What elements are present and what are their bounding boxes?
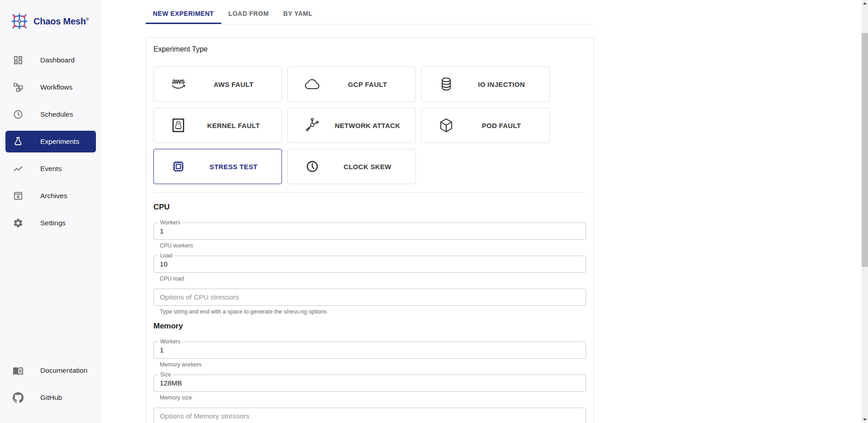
sidebar-bottom: Documentation GitHub — [0, 360, 101, 423]
field-helper-text: Memory size — [160, 394, 586, 401]
type-button-clock-skew[interactable]: CLOCK SKEW — [287, 149, 416, 184]
experiments-icon — [13, 136, 24, 147]
cpu-workers-field: Workers — [153, 223, 586, 240]
new-experiment-card: Experiment Type aws AWS FAULT GCP FAULT — [146, 37, 594, 423]
tab-by-yaml[interactable]: BY YAML — [276, 3, 320, 24]
memory-section-heading: Memory — [153, 322, 586, 331]
memory-workers-field: Workers — [153, 342, 586, 359]
sidebar-item-label: Dashboard — [40, 56, 75, 64]
scrollbar-up-arrow-icon[interactable] — [863, 2, 867, 5]
chaos-mesh-logo-icon — [10, 12, 29, 33]
field-label: Workers — [158, 219, 182, 226]
type-button-label: IO INJECTION — [456, 81, 549, 88]
network-icon — [302, 115, 322, 135]
memory-workers-field-group: Workers Memory workers — [153, 342, 586, 368]
sidebar-item-label: Events — [40, 165, 62, 173]
cube-icon — [436, 115, 456, 135]
cpu-load-field: Load — [153, 256, 586, 273]
memory-options-input[interactable] — [154, 408, 586, 423]
sidebar-item-label: Settings — [40, 219, 66, 227]
cpu-section-heading: CPU — [153, 203, 586, 212]
section-divider — [153, 192, 586, 193]
field-helper-text: CPU workers — [160, 242, 586, 249]
sidebar-item-label: Workflows — [40, 83, 72, 91]
github-icon — [13, 392, 24, 403]
registered-mark: ® — [86, 17, 89, 22]
scrollbar[interactable] — [862, 0, 868, 423]
field-label: Load — [158, 252, 175, 259]
field-helper-text: Type string and end with a space to gene… — [160, 309, 586, 315]
sidebar-item-label: Archives — [40, 192, 67, 200]
archives-icon — [13, 190, 24, 201]
database-icon — [436, 74, 456, 94]
sidebar-item-events[interactable]: Events — [5, 158, 96, 180]
cpu-load-input[interactable] — [154, 256, 586, 272]
type-button-io-injection[interactable]: IO INJECTION — [421, 67, 550, 102]
type-button-label: KERNEL FAULT — [188, 122, 281, 129]
type-button-label: AWS FAULT — [188, 81, 281, 88]
type-button-label: NETWORK ATTACK — [322, 122, 415, 129]
gear-icon — [13, 218, 24, 228]
scrollbar-down-arrow-icon[interactable] — [863, 418, 867, 421]
cpu-chip-icon — [168, 157, 188, 176]
app-logo: Chaos Mesh® — [0, 0, 101, 33]
field-helper-text: CPU load — [160, 276, 586, 282]
type-button-aws-fault[interactable]: aws AWS FAULT — [153, 67, 282, 102]
cpu-workers-field-group: Workers CPU workers — [153, 223, 586, 249]
type-button-pod-fault[interactable]: POD FAULT — [421, 108, 550, 143]
type-button-label: GCP FAULT — [322, 81, 415, 88]
type-button-stress-test[interactable]: STRESS TEST — [153, 149, 282, 184]
app-title: Chaos Mesh® — [33, 16, 89, 27]
dashboard-icon — [13, 55, 24, 66]
clock-icon — [302, 157, 322, 176]
scrollbar-thumb[interactable] — [862, 33, 868, 267]
cpu-options-field-group: Type string and end with a space to gene… — [153, 289, 586, 315]
svg-text:aws: aws — [172, 77, 185, 85]
sidebar-item-label: Experiments — [40, 138, 79, 146]
tab-load-from[interactable]: LOAD FROM — [221, 3, 276, 24]
sidebar-item-experiments[interactable]: Experiments — [5, 131, 96, 152]
events-icon — [13, 163, 24, 174]
documentation-icon — [13, 365, 24, 376]
schedules-icon — [13, 109, 24, 120]
cpu-workers-input[interactable] — [154, 223, 586, 239]
gcp-cloud-icon — [302, 74, 322, 94]
field-helper-text: Memory workers — [160, 361, 586, 368]
tab-new-experiment[interactable]: NEW EXPERIMENT — [146, 3, 221, 24]
type-button-network-attack[interactable]: NETWORK ATTACK — [287, 108, 416, 143]
experiment-type-title: Experiment Type — [153, 45, 586, 54]
cpu-options-input[interactable] — [154, 289, 586, 305]
cpu-options-field — [153, 289, 586, 306]
memory-size-field-group: Size Memory size — [153, 375, 586, 401]
sidebar-item-label: Schedules — [40, 110, 73, 119]
sidebar-item-dashboard[interactable]: Dashboard — [5, 49, 96, 71]
sidebar-item-label: GitHub — [40, 394, 62, 402]
memory-workers-input[interactable] — [154, 342, 586, 358]
memory-options-field — [153, 408, 586, 423]
sidebar-item-label: Documentation — [40, 366, 87, 375]
cpu-load-field-group: Load CPU load — [153, 256, 586, 282]
sidebar-item-workflows[interactable]: Workflows — [5, 76, 96, 98]
type-button-gcp-fault[interactable]: GCP FAULT — [287, 67, 416, 102]
tab-bar: NEW EXPERIMENT LOAD FROM BY YAML — [146, 3, 594, 24]
memory-options-field-group — [153, 408, 586, 423]
experiment-type-grid: aws AWS FAULT GCP FAULT — [153, 67, 586, 184]
aws-icon: aws — [168, 74, 188, 94]
type-button-kernel-fault[interactable]: KERNEL FAULT — [153, 108, 282, 143]
sidebar-item-documentation[interactable]: Documentation — [5, 360, 96, 381]
field-label: Size — [158, 371, 173, 378]
memory-size-input[interactable] — [154, 375, 586, 391]
memory-size-field: Size — [153, 375, 586, 392]
sidebar: Chaos Mesh® Dashboard Workflows — [0, 0, 101, 423]
sidebar-item-github[interactable]: GitHub — [5, 387, 96, 409]
workflows-icon — [13, 82, 24, 93]
sidebar-nav: Dashboard Workflows Schedules — [0, 49, 101, 239]
type-button-label: POD FAULT — [456, 122, 549, 129]
linux-penguin-icon — [168, 115, 188, 135]
type-button-label: STRESS TEST — [188, 163, 281, 171]
sidebar-item-archives[interactable]: Archives — [5, 185, 96, 207]
type-button-label: CLOCK SKEW — [322, 163, 415, 171]
sidebar-item-settings[interactable]: Settings — [5, 212, 96, 234]
sidebar-item-schedules[interactable]: Schedules — [5, 104, 96, 125]
field-label: Workers — [158, 338, 182, 345]
